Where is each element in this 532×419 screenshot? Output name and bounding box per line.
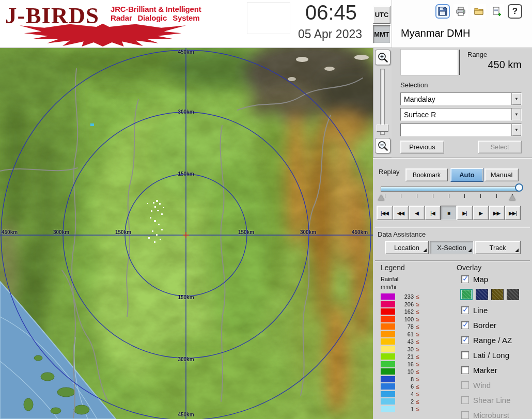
- legend-row: 162 ≦: [381, 308, 419, 316]
- playback-step-forward-button[interactable]: ▶|: [457, 206, 473, 220]
- replay-range-end-marker[interactable]: [509, 195, 515, 200]
- zoom-in-button[interactable]: [375, 50, 390, 65]
- replay-slider-thumb[interactable]: [515, 183, 523, 192]
- range-ring-label: 150km: [115, 229, 131, 235]
- legend-row: 206 ≦: [381, 301, 419, 308]
- legend-value: 100: [400, 316, 414, 322]
- separator: [375, 227, 530, 228]
- map-style-swatch-green[interactable]: [460, 289, 473, 300]
- map-style-swatch-olive[interactable]: [491, 289, 504, 300]
- add-image-button[interactable]: [490, 4, 504, 19]
- save-button[interactable]: [435, 4, 450, 19]
- range-ring-label: 300km: [177, 109, 195, 115]
- separator: [375, 260, 530, 261]
- legend-row: 8 ≦: [381, 376, 419, 383]
- overlay-checkbox[interactable]: [461, 321, 469, 329]
- playback-fast-forward-button[interactable]: ▶▶: [489, 206, 505, 220]
- location-button[interactable]: Location: [385, 241, 429, 254]
- overlay-item-range-az[interactable]: Range / AZ: [461, 333, 512, 348]
- overlay-item-marker[interactable]: Marker: [461, 363, 512, 378]
- playback-step-back-button[interactable]: |◀: [425, 206, 441, 220]
- manual-button[interactable]: Manual: [484, 168, 519, 181]
- legend-value: 206: [400, 301, 414, 307]
- range-ring-label: 150km: [177, 294, 195, 300]
- dropdown-arrow-button[interactable]: [511, 124, 521, 136]
- playback-bar: |◀◀◀◀◀|◀■▶|▶▶▶▶▶|: [377, 206, 521, 220]
- logo-tagline: JRC-Brilliant & Intelligent Radar Dialog…: [111, 5, 201, 22]
- replay-range-start-marker[interactable]: [378, 195, 384, 200]
- overlay-item-line[interactable]: Line: [461, 303, 512, 318]
- mmt-button[interactable]: MMT: [373, 25, 390, 43]
- map-style-swatch-navy[interactable]: [476, 289, 488, 300]
- selection-dropdown-3[interactable]: [400, 123, 522, 136]
- playback-icon: ◀◀: [397, 210, 404, 216]
- playback-icon: |◀◀: [381, 210, 388, 216]
- range-ring-label: 450km: [177, 49, 195, 55]
- map-style-swatch-dark-grey[interactable]: [507, 289, 519, 300]
- playback-fast-rewind-button[interactable]: ◀◀: [393, 206, 409, 220]
- overlay-item-wind: Wind: [461, 378, 512, 393]
- range-ring-label: 450km: [177, 412, 195, 417]
- replay-slider-track[interactable]: [381, 187, 519, 192]
- utc-button[interactable]: UTC: [373, 6, 390, 24]
- legend-lte-symbol: ≦: [415, 301, 419, 307]
- bookmark-button[interactable]: Bookmark: [405, 168, 448, 181]
- overlay-checkbox[interactable]: [461, 366, 469, 374]
- overlay-item-microburst: Microburst: [461, 408, 512, 419]
- logo-tagline-line1: JRC-Brilliant & Intelligent: [111, 5, 201, 13]
- range-label: Range: [467, 51, 487, 58]
- range-ring-label: 300km: [177, 356, 195, 362]
- playback-skip-first-button[interactable]: |◀◀: [377, 206, 393, 220]
- map-checkbox[interactable]: [461, 275, 469, 283]
- overlay-item-label: Shear Line: [473, 396, 511, 405]
- zoom-out-button[interactable]: [375, 138, 390, 153]
- legend-color-swatch: [381, 398, 395, 405]
- playback-play-button[interactable]: ▶: [473, 206, 489, 220]
- print-button[interactable]: [453, 4, 468, 19]
- previous-button[interactable]: Previous: [400, 141, 444, 153]
- legend-color-swatch: [381, 293, 395, 300]
- open-button[interactable]: [472, 4, 486, 19]
- legend-lte-symbol: ≦: [415, 339, 419, 345]
- help-button[interactable]: ?: [508, 4, 522, 19]
- dropdown-arrow-button[interactable]: [511, 108, 521, 120]
- selection-dropdown-1[interactable]: Mandalay: [400, 92, 522, 105]
- playback-play-reverse-button[interactable]: ◀: [409, 206, 425, 220]
- legend-lte-symbol: ≦: [415, 384, 419, 390]
- legend-row: 21 ≦: [381, 353, 419, 361]
- dropdown-arrow-button[interactable]: [511, 93, 521, 105]
- overlay-item-label: Wind: [473, 381, 491, 390]
- legend-value: 2: [400, 398, 414, 405]
- slider-tick: [433, 194, 433, 198]
- x-section-button[interactable]: X-Section: [430, 241, 474, 254]
- overlay-checkbox[interactable]: [461, 351, 469, 359]
- legend-color-swatch: [381, 323, 395, 330]
- legend-row: 233 ≦: [381, 293, 419, 301]
- legend-lte-symbol: ≦: [415, 346, 419, 352]
- selection-dropdown-2[interactable]: Surface R: [400, 108, 522, 121]
- overlay-item-border[interactable]: Border: [461, 318, 512, 333]
- submenu-corner-icon: [468, 249, 472, 252]
- radar-map[interactable]: 450km 300km 150km 150km 300km 450km 450k…: [0, 48, 373, 419]
- overlay-item-label: Lati / Long: [473, 351, 509, 360]
- selection-label: Selection: [400, 81, 428, 89]
- data-assistance-label: Data Assistance: [378, 230, 426, 238]
- floppy-icon: [437, 6, 448, 17]
- overlay-checkbox[interactable]: [461, 336, 469, 344]
- playback-icon: ▶|: [462, 210, 466, 216]
- slider-ticks: [385, 194, 513, 198]
- playback-skip-last-button[interactable]: ▶▶|: [505, 206, 521, 220]
- legend-row: 30 ≦: [381, 346, 419, 353]
- overlay-checkbox[interactable]: [461, 306, 469, 314]
- overlay-item-lati-long[interactable]: Lati / Long: [461, 348, 512, 363]
- legend-value: 8: [400, 376, 414, 382]
- slider-tick: [449, 194, 449, 198]
- overlay-item-map[interactable]: Map: [461, 273, 488, 285]
- zoom-slider-thumb[interactable]: [377, 125, 388, 132]
- auto-button[interactable]: Auto: [450, 168, 483, 182]
- logo-tagline-line2: Radar Dialogic System: [111, 13, 201, 22]
- playback-stop-button[interactable]: ■: [441, 206, 457, 220]
- track-button[interactable]: Track: [475, 241, 521, 254]
- range-ring-label: 300km: [300, 229, 316, 235]
- overlay-checkbox: [461, 396, 469, 404]
